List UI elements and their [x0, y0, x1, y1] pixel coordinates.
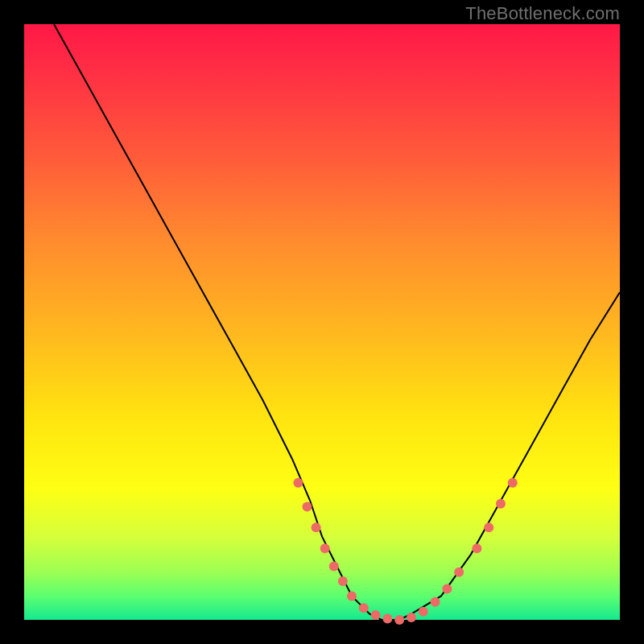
highlight-dot: [338, 576, 348, 586]
highlight-dot: [496, 499, 506, 509]
chart-svg: [24, 24, 620, 620]
highlight-dot: [303, 502, 312, 511]
highlight-dot: [442, 584, 452, 594]
highlight-dot: [329, 561, 339, 571]
watermark-text: TheBottleneck.com: [465, 3, 620, 24]
highlight-dot: [484, 522, 493, 532]
bottleneck-curve: [54, 24, 620, 620]
highlight-dot: [293, 478, 303, 488]
highlight-dot: [382, 614, 392, 624]
highlight-dot: [508, 478, 518, 488]
highlight-dot: [431, 597, 440, 607]
highlight-dot: [320, 543, 330, 553]
highlight-dot: [472, 543, 481, 553]
highlight-dot: [312, 522, 321, 532]
highlight-dot: [359, 603, 369, 613]
highlight-dot: [454, 568, 464, 577]
highlight-dot: [394, 615, 404, 625]
highlight-dot: [371, 610, 381, 620]
highlight-dot: [419, 607, 428, 617]
chart-frame: TheBottleneck.com: [0, 0, 644, 644]
marker-group: [293, 478, 517, 625]
highlight-dot: [407, 613, 416, 622]
highlight-dot: [347, 591, 357, 601]
